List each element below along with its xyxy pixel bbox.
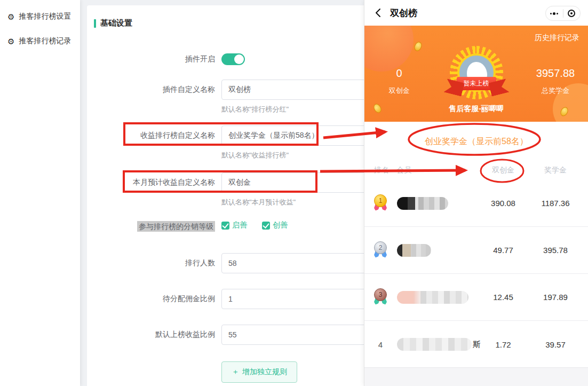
scholarship-value: 1187.36 xyxy=(533,180,578,226)
field-helper: 默认名称"排行榜分红" xyxy=(221,105,382,114)
member-name-blurred: 斯 xyxy=(397,338,481,351)
phone-preview: 双创榜 历史排行记录 0 双创金 3957.88 总奖学金 xyxy=(364,0,588,386)
rank-number: 4 xyxy=(378,340,383,349)
gear-icon: ⚙ xyxy=(7,37,14,45)
scholarship-value: 197.89 xyxy=(533,274,578,320)
medal-rank-number: 3 xyxy=(374,288,387,301)
sidebar-item-label: 推客排行榜记录 xyxy=(19,36,71,46)
phone-footer-area xyxy=(364,367,588,386)
ranking-row-2[interactable]: 2 49.77 395.78 xyxy=(364,227,588,274)
form-row-levels: 参与排行榜的分销等级 启善 创善 xyxy=(87,216,288,237)
sidebar: ⚙ 推客排行榜设置 ⚙ 推客排行榜记录 xyxy=(0,0,80,386)
income-rank-name-input[interactable] xyxy=(221,125,382,146)
field-label: 插件开启 xyxy=(87,49,221,69)
medal-rank-number: 2 xyxy=(374,241,387,254)
monthly-income-name-input[interactable] xyxy=(221,172,382,193)
field-label: 收益排行榜自定义名称 xyxy=(87,125,221,145)
levels-label-highlighted: 参与排行榜的分销等级 xyxy=(137,221,215,232)
default-income-ratio-input[interactable] xyxy=(221,325,382,345)
checkbox-label: 启善 xyxy=(232,220,247,230)
phone-nav-bar: 双创榜 xyxy=(364,0,588,26)
plugin-enabled-toggle[interactable] xyxy=(221,53,245,65)
plus-icon: ＋ xyxy=(232,367,239,377)
score-value: 390.08 xyxy=(481,180,526,226)
add-rule-label: 增加独立规则 xyxy=(242,367,287,377)
coin-icon xyxy=(413,41,423,52)
gold-medal-icon: 1 xyxy=(374,194,387,212)
form-row-income-rank-name: 收益排行榜自定义名称 默认名称"收益排行榜" xyxy=(87,125,382,160)
field-helper: 默认名称"收益排行榜" xyxy=(221,151,382,160)
field-label: 默认上榜收益比例 xyxy=(87,324,221,344)
section-title: 基础设置 xyxy=(100,18,132,28)
silver-medal-icon: 2 xyxy=(374,241,387,259)
toggle-knob xyxy=(234,54,244,64)
ranking-banner: 历史排行记录 0 双创金 3957.88 总奖学金 暂未上榜 售后客服-丽唧唧 xyxy=(364,26,588,122)
section-header: 基础设置 xyxy=(94,18,132,28)
app-screen: ⚙ 推客排行榜设置 ⚙ 推客排行榜记录 基础设置 插件开启 插件自定义名称 默认… xyxy=(0,0,588,386)
ranking-table-header: 排名 会员 双创金 奖学金 xyxy=(364,166,588,176)
back-icon[interactable] xyxy=(373,7,384,18)
field-label: 排行人数 xyxy=(87,253,221,273)
rank-count-input[interactable] xyxy=(221,253,382,273)
field-label: 待分配佣金比例 xyxy=(87,288,221,309)
member-name-visible-part: 斯 xyxy=(473,340,481,350)
form-row-commission-ratio: 待分配佣金比例 xyxy=(87,288,382,309)
scholarship-value: 395.78 xyxy=(533,227,578,273)
col-header-rank: 排名 xyxy=(374,166,389,175)
form-row-rank-count: 排行人数 xyxy=(87,253,382,273)
member-name-blurred xyxy=(397,244,431,257)
phone-page-title: 双创榜 xyxy=(390,7,417,19)
col-header-score: 双创金 xyxy=(481,166,526,175)
history-ranking-link[interactable]: 历史排行记录 xyxy=(535,33,579,43)
score-value: 49.77 xyxy=(481,227,526,273)
menu-dots-icon[interactable] xyxy=(546,6,563,20)
board-title: 创业奖学金（显示前58名） xyxy=(364,136,588,147)
checkbox-label: 创善 xyxy=(273,220,288,230)
form-row-monthly-income-name: 本月预计收益自定义名称 默认名称"本月预计收益" xyxy=(87,172,382,207)
sidebar-item-ranking-records[interactable]: ⚙ 推客排行榜记录 xyxy=(0,29,80,53)
stat-value: 0 xyxy=(370,67,428,80)
ranking-row-3[interactable]: 3 12.45 197.89 xyxy=(364,274,588,321)
field-label: 参与排行榜的分销等级 xyxy=(87,216,221,237)
decor-circle xyxy=(364,26,414,72)
gear-icon: ⚙ xyxy=(7,13,14,21)
plugin-name-input[interactable] xyxy=(221,80,382,100)
checkbox-checked-icon xyxy=(262,222,270,230)
not-listed-ribbon: 暂未上榜 xyxy=(457,77,496,90)
level-checkbox-qishan[interactable]: 启善 xyxy=(221,220,247,230)
stat-label: 总奖学金 xyxy=(526,86,585,96)
member-name-blurred xyxy=(397,197,448,210)
member-name-blurred xyxy=(397,291,468,304)
scholarship-value: 39.57 xyxy=(533,321,578,368)
ranking-row-4[interactable]: 4 斯 1.72 39.57 xyxy=(364,321,588,368)
section-accent-bar xyxy=(94,19,96,28)
form-row-plugin-name: 插件自定义名称 默认名称"排行榜分红" xyxy=(87,79,382,114)
field-helper: 默认名称"本月预计收益" xyxy=(221,198,382,207)
form-row-plugin-toggle: 插件开启 xyxy=(87,49,245,69)
my-score-stat: 0 双创金 xyxy=(370,67,428,96)
sidebar-item-ranking-settings[interactable]: ⚙ 推客排行榜设置 xyxy=(0,4,80,29)
ranking-rows: 1 390.08 1187.36 2 49.77 395.78 xyxy=(364,180,588,368)
miniprogram-capsule xyxy=(545,6,581,21)
commission-ratio-input[interactable] xyxy=(221,289,382,309)
form-row-default-income-ratio: 默认上榜收益比例 xyxy=(87,324,382,345)
field-label: 本月预计收益自定义名称 xyxy=(87,172,221,192)
bronze-medal-icon: 3 xyxy=(374,288,387,306)
score-value: 12.45 xyxy=(481,274,526,320)
add-rule-button[interactable]: ＋ 增加独立规则 xyxy=(221,361,297,383)
ranking-row-1[interactable]: 1 390.08 1187.36 xyxy=(364,180,588,227)
field-label: 插件自定义名称 xyxy=(87,79,221,99)
checkbox-checked-icon xyxy=(221,222,229,230)
col-header-scholarship: 奖学金 xyxy=(533,166,578,175)
stat-label: 双创金 xyxy=(370,86,428,96)
medal-rank-number: 1 xyxy=(374,194,387,207)
score-value: 1.72 xyxy=(481,321,526,368)
total-scholarship-stat: 3957.88 总奖学金 xyxy=(526,67,585,96)
sidebar-item-label: 推客排行榜设置 xyxy=(19,12,71,21)
close-target-icon[interactable] xyxy=(563,6,581,20)
col-header-member: 会员 xyxy=(396,166,411,175)
user-name: 售后客服-丽唧唧 xyxy=(364,104,588,114)
stat-value: 3957.88 xyxy=(526,67,585,80)
level-checkbox-chuangshan[interactable]: 创善 xyxy=(262,220,288,230)
